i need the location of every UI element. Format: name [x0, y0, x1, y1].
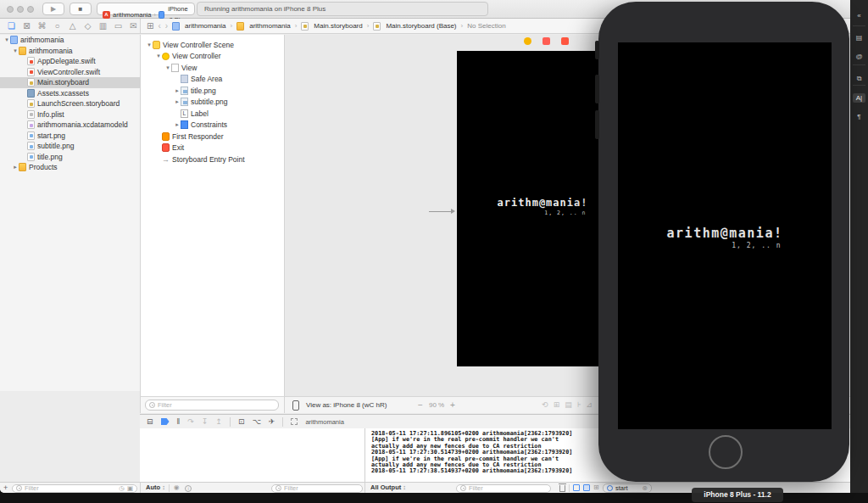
outline-row[interactable]: ▾View	[141, 62, 284, 74]
disclosure-open-icon[interactable]: ▾	[164, 64, 171, 71]
hide-debug-area-icon[interactable]: ⊟	[147, 417, 153, 426]
outline-row[interactable]: ▸title.png	[141, 85, 284, 97]
add-button[interactable]: +	[3, 483, 8, 493]
outline-row[interactable]: ▸subtitle.png	[141, 97, 284, 109]
project-navigator-icon[interactable]: ❏	[7, 21, 16, 31]
grid-icon[interactable]: ⊞	[593, 483, 599, 493]
file-row[interactable]: title.png	[0, 152, 140, 163]
pages-icon[interactable]: ⧉	[850, 75, 868, 83]
disclosure-open-icon[interactable]: ▾	[155, 53, 162, 59]
outline-row[interactable]: Exit	[141, 143, 284, 154]
zoom-window-button[interactable]	[27, 6, 34, 13]
disclosure-closed-icon[interactable]: ▸	[174, 121, 181, 128]
disclosure-closed-icon[interactable]: ▸	[174, 98, 181, 105]
step-out-icon[interactable]: ↥	[215, 417, 222, 426]
find-navigator-icon[interactable]: ○	[53, 21, 62, 31]
scheme-selector[interactable]: A arithmomania › iPhone 8 Plus	[97, 3, 195, 15]
scene-dock-viewcontroller-icon[interactable]	[524, 37, 531, 45]
navigator-filter-input[interactable]: Filter ◷ ▣	[12, 484, 137, 493]
source-control-filter-icon[interactable]: ▣	[127, 484, 133, 492]
file-row[interactable]: AppDelegate.swift	[0, 56, 140, 67]
step-over-icon[interactable]: ↷	[187, 417, 194, 426]
clear-console-button[interactable]	[559, 485, 565, 492]
start-filter-input[interactable]: start ⊗	[603, 483, 652, 493]
simulate-location-icon[interactable]: ✈	[269, 417, 275, 426]
forward-button[interactable]: ›	[165, 21, 168, 31]
outline-row[interactable]: ▸Constraints	[141, 120, 284, 131]
symbol-navigator-icon[interactable]: ⌘	[37, 21, 47, 31]
step-into-icon[interactable]: ↧	[202, 417, 209, 426]
minimize-window-button[interactable]	[17, 6, 24, 13]
outline-row[interactable]: LLabel	[141, 108, 284, 120]
scene-dock-exit-icon[interactable]	[561, 37, 569, 45]
show-console-toggle[interactable]	[583, 484, 590, 491]
update-frames-icon[interactable]: ⟲	[542, 397, 548, 413]
stop-button[interactable]: ■	[70, 3, 92, 15]
console-scope-selector[interactable]: All Output ↕	[370, 483, 406, 493]
breadcrumb-item[interactable]: arithmomania	[172, 22, 225, 31]
device-configuration-icon[interactable]	[292, 400, 299, 411]
pin-constraints-icon[interactable]: ⊿	[586, 397, 593, 413]
home-button[interactable]	[709, 435, 743, 469]
editor-mode-icon[interactable]: ⊞	[147, 21, 153, 31]
zoom-level[interactable]: 90 %	[429, 397, 444, 413]
file-row[interactable]: Info.plist	[0, 109, 140, 120]
view-as-label[interactable]: View as: iPhone 8 (wC hR)	[306, 397, 387, 413]
test-navigator-icon[interactable]: ◇	[83, 21, 92, 31]
paragraph-icon[interactable]: ¶	[850, 113, 868, 120]
file-row[interactable]: LaunchScreen.storyboard	[0, 98, 140, 109]
outline-row[interactable]: Safe Area	[141, 74, 284, 86]
stack-view-icon[interactable]: ⊞	[554, 397, 560, 413]
embed-icon[interactable]: ▤	[565, 397, 572, 413]
pause-icon[interactable]: ‖	[177, 417, 181, 426]
file-row[interactable]: Assets.xcassets	[0, 88, 140, 99]
report-navigator-icon[interactable]: ✉	[129, 21, 138, 31]
collapse-icon[interactable]: «	[850, 12, 868, 20]
back-button[interactable]: ‹	[158, 21, 160, 31]
show-fps-icon[interactable]: ◉	[174, 483, 180, 493]
variables-scope-selector[interactable]: Auto ↕	[146, 483, 165, 493]
console-filter-input[interactable]: Filter	[456, 484, 551, 493]
storyboard-title-image[interactable]: arithm@mania!	[498, 197, 588, 209]
media-list-icon[interactable]: ▤	[850, 34, 868, 42]
storyboard-subtitle-image[interactable]: 1, 2, .. n	[498, 210, 588, 216]
recent-files-icon[interactable]: ◷	[119, 484, 125, 492]
issue-navigator-icon[interactable]: △	[68, 21, 77, 31]
outline-filter-input[interactable]: Filter	[145, 400, 279, 411]
disclosure-closed-icon[interactable]: ▸	[12, 164, 19, 170]
close-window-button[interactable]	[7, 6, 14, 13]
file-row[interactable]: ▸Products	[0, 162, 140, 173]
outline-row[interactable]: ▾View Controller	[141, 51, 284, 63]
clear-icon[interactable]: ⊗	[643, 484, 648, 492]
file-row[interactable]: ▾arithmomania	[0, 46, 140, 57]
file-row[interactable]: Main.storyboard	[0, 77, 140, 88]
file-row[interactable]: ▾arithmomania	[0, 35, 140, 46]
breakpoint-navigator-icon[interactable]: ▭	[114, 21, 123, 31]
mentions-icon[interactable]: @	[850, 53, 868, 60]
breadcrumb-item[interactable]: No Selection	[467, 22, 505, 30]
file-row[interactable]: arithmomania.xcdatamodeld	[0, 120, 140, 131]
file-row[interactable]: ViewController.swift	[0, 67, 140, 78]
variables-view[interactable]	[140, 428, 364, 482]
outline-row[interactable]: ▾View Controller Scene	[141, 39, 284, 51]
scene-dock-first-responder-icon[interactable]	[542, 37, 550, 45]
breadcrumb-item[interactable]: Main.storyboard	[301, 22, 362, 31]
run-button[interactable]: ▶	[42, 3, 64, 15]
file-row[interactable]: start.png	[0, 131, 140, 142]
disclosure-closed-icon[interactable]: ▸	[174, 87, 181, 94]
view-hierarchy-icon[interactable]: ⊡	[238, 417, 245, 426]
breadcrumb-item[interactable]: arithmomania	[236, 22, 290, 31]
show-variables-view-toggle[interactable]	[573, 484, 580, 491]
memory-graph-icon[interactable]: ⌥	[252, 417, 260, 426]
zoom-out-button[interactable]: −	[418, 397, 423, 413]
file-row[interactable]: subtitle.png	[0, 141, 140, 152]
text-style-icon[interactable]: A|	[853, 93, 865, 103]
zoom-in-button[interactable]: +	[450, 397, 455, 413]
disclosure-open-icon[interactable]: ▾	[146, 42, 153, 48]
breadcrumb-item[interactable]: Main.storyboard (Base)	[373, 22, 456, 31]
variables-filter-input[interactable]: Filter	[271, 484, 363, 493]
disclosure-open-icon[interactable]: ▾	[3, 36, 10, 43]
debug-navigator-icon[interactable]: ▥	[98, 21, 108, 31]
source-control-navigator-icon[interactable]: ⊠	[22, 21, 31, 31]
ios-simulator-window[interactable]: arithm@mania! 1, 2, .. n	[598, 2, 849, 482]
